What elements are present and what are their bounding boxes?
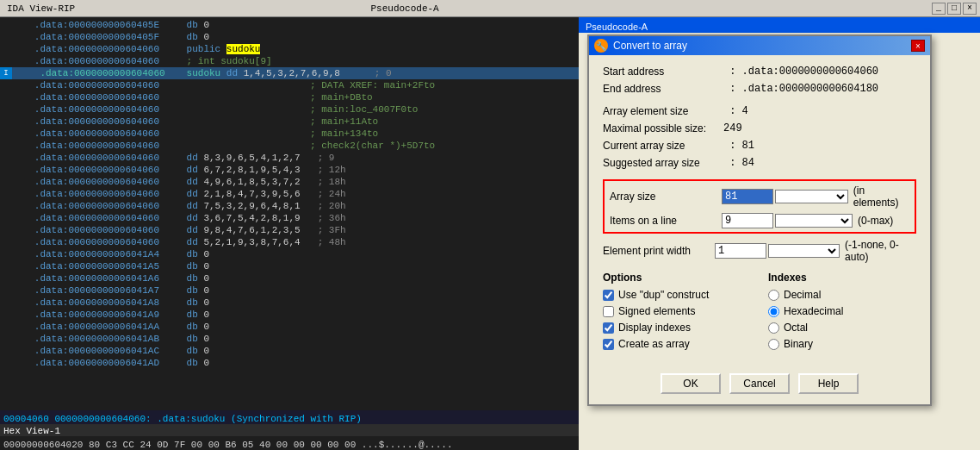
hex-title-text: Hex View-1 [3,426,60,436]
close-button[interactable]: × [963,3,977,15]
code-line: .data:0000000000604060 dd 6,7,2,8,1,9,5,… [0,164,579,176]
items-on-line-suffix: (0-max) [858,215,893,227]
code-val: 0 [198,333,209,345]
start-address-separator: : [723,66,742,78]
array-size-input[interactable] [722,189,773,204]
checkbox-dup-input[interactable] [603,290,614,301]
code-comment: ; DATA XREF: main+2Fto [310,79,435,91]
radio-octal-input[interactable] [768,322,779,334]
radio-hexadecimal: Hexadecimal [768,305,916,317]
current-array-size-value: 81 [742,140,754,152]
code-val: 5,2,1,9,3,8,7,6,4 [198,236,301,248]
code-line: .data:0000000000604060 dd 5,2,1,9,3,8,7,… [0,236,579,248]
suggested-array-size-value: 84 [742,157,754,169]
main-container: .data:000000000060405E db 0 .data:000000… [0,17,980,450]
code-val: 0 [198,248,209,260]
code-type: db [181,272,198,284]
checkbox-create-array: Create as array [603,338,751,350]
code-val: 0 [198,260,209,272]
code-addr: .data:0000000000604060 [0,224,181,236]
code-addr: .data:0000000000604060 [0,55,181,67]
code-line-highlighted: I .data:0000000000604060 sudoku dd 1,4,5… [0,67,579,79]
radio-binary-label: Binary [784,338,813,350]
code-line: .data:0000000000604060 ; main+11Ato [0,116,579,128]
code-addr: .data:00000000006041A4 [0,248,181,260]
radio-binary-input[interactable] [768,339,779,350]
radio-hexadecimal-input[interactable] [768,306,779,317]
dialog-title-bar[interactable]: 🔧 Convert to array × [589,36,930,55]
code-val: 0 [198,321,209,333]
code-comment: ; int sudoku[9] [181,55,272,67]
checkbox-create-array-label: Create as array [618,338,690,350]
array-size-row: Array size (in elements) [610,184,909,209]
code-line: .data:0000000000604060 ; DATA XREF: main… [0,79,579,91]
code-line: .data:00000000006041A4 db 0 [0,248,579,260]
code-addr: .data:0000000000604060 [0,212,181,224]
checkbox-dup-label: Use "dup" construct [618,289,709,301]
code-type: db [181,260,198,272]
code-line: .data:0000000000604060 public sudoku [0,43,579,55]
hex-bar-content: 00000000604020 80 C3 CC 24 0D 7F 00 00 B… [0,436,579,450]
code-addr: .data:0000000000604060 [0,67,181,79]
code-type: dd [181,200,198,212]
items-on-line-dropdown[interactable] [775,214,853,228]
checkbox-create-array-input[interactable] [603,339,614,350]
element-print-width-dropdown[interactable] [768,244,840,258]
code-addr: .data:0000000000604060 [0,236,181,248]
title-bar: IDA View-RIP Pseudocode-A _ □ × [0,0,980,17]
code-line: .data:00000000006041A9 db 0 [0,309,579,321]
code-comment: ; main+134to [310,128,378,140]
code-addr: .data:0000000000604060 [0,91,181,103]
code-addr: .data:00000000006041A6 [0,272,181,284]
element-print-width-label: Element print width [603,245,715,257]
help-button[interactable]: Help [798,373,859,394]
end-address-separator: : [723,83,742,95]
code-comment: ; 9 [318,152,335,164]
checkbox-display-indexes-label: Display indexes [618,322,691,334]
code-val: 0 [198,284,209,297]
title-right-buttons: _ □ × [932,3,980,15]
dialog-close-button[interactable]: × [911,40,925,52]
maximize-button[interactable]: □ [947,3,961,15]
dialog-footer: OK Cancel Help [589,365,930,404]
title-left: IDA View-RIP Pseudocode-A [0,3,439,14]
code-addr: .data:0000000000604060 [0,79,181,91]
radio-decimal-label: Decimal [784,289,821,301]
ok-button[interactable]: OK [661,373,721,394]
cancel-button[interactable]: Cancel [729,373,790,394]
items-on-line-input[interactable] [722,213,773,228]
code-val: 0 [198,297,209,309]
code-type: dd [181,236,198,248]
code-type: dd [181,188,198,200]
start-address-value: .data:0000000000604060 [742,66,878,78]
code-content: .data:000000000060405E db 0 .data:000000… [0,17,579,381]
element-print-width-input[interactable] [715,243,766,259]
dialog-title-text: Convert to array [613,40,687,52]
minimize-button[interactable]: _ [932,3,946,15]
radio-decimal-input[interactable] [768,290,779,301]
code-line: .data:00000000006041A7 db 0 [0,284,579,297]
code-type: db [181,31,203,43]
code-comment: ; 18h [318,176,346,188]
checkbox-display-indexes-input[interactable] [603,322,614,334]
code-val: 0 [198,309,209,321]
code-type: dd [181,176,198,188]
max-possible-size-label: Maximal possible size: [603,122,723,134]
convert-to-array-dialog: 🔧 Convert to array × Start address : .da… [587,34,932,406]
items-on-line-label: Items on a line [610,215,722,227]
line-marker: I [0,67,12,79]
checkbox-signed-input[interactable] [603,306,614,317]
code-comment: ; main+11Ato [310,116,378,128]
code-comment: ; main+DBto [310,91,373,103]
code-type: dd [181,212,198,224]
code-comment: ; 12h [318,164,346,176]
checkbox-signed-label: Signed elements [618,305,695,317]
radio-octal-label: Octal [784,322,808,334]
code-addr: .data:00000000006041AD [0,357,181,369]
end-address-row: End address : .data:0000000000604180 [603,83,916,95]
array-size-dropdown[interactable] [775,190,848,203]
code-addr: .data:00000000006041AB [0,333,181,345]
indexes-header: Indexes [768,272,916,284]
code-text: public sudoku [181,43,260,55]
code-line: .data:0000000000604060 dd 2,1,8,4,7,3,9,… [0,188,579,200]
